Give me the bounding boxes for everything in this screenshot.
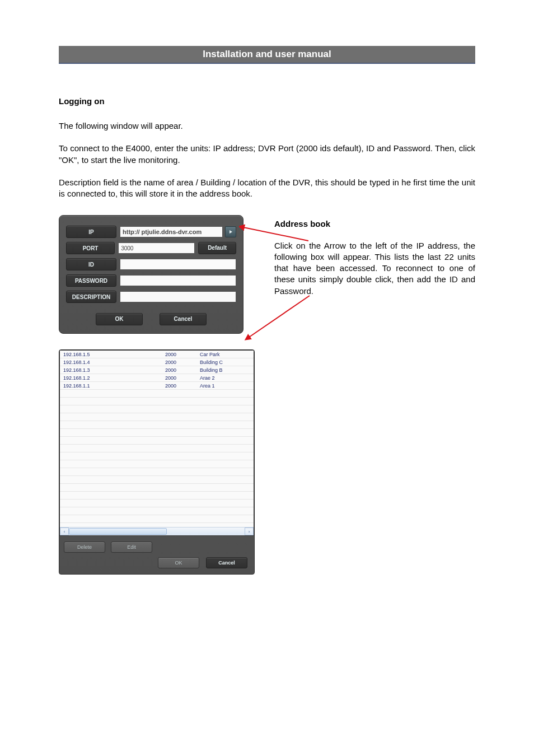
address-row[interactable] [60, 484, 254, 492]
login-cancel-button[interactable]: Cancel [160, 313, 207, 325]
address-row[interactable] [60, 413, 254, 421]
address-delete-button[interactable]: Delete [64, 542, 105, 553]
address-cell-empty [196, 405, 254, 413]
address-cell-empty [162, 429, 196, 437]
intro-paragraph-2: To connect to the E4000, enter the units… [59, 143, 475, 166]
address-cell-empty [162, 421, 196, 429]
address-cell-empty [196, 398, 254, 405]
address-cell-empty [162, 500, 196, 507]
address-cell-ip: 192.168.1.5 [60, 351, 162, 358]
intro-paragraph-3: Description field is the name of area / … [59, 177, 475, 200]
address-row[interactable] [60, 390, 254, 398]
address-row[interactable] [60, 476, 254, 484]
scroll-left-button[interactable]: ‹ [60, 528, 69, 535]
address-cell-desc: Car Park [196, 351, 254, 358]
address-cell-desc: Area 1 [196, 382, 254, 390]
section-heading: Logging on [59, 96, 475, 106]
address-cell-empty [196, 492, 254, 500]
address-cell-empty [196, 413, 254, 421]
address-row[interactable]: 192.168.1.32000Building B [60, 366, 254, 374]
play-arrow-icon [228, 229, 233, 235]
address-row[interactable] [60, 515, 254, 523]
address-cell-empty [60, 515, 162, 523]
address-cell-empty [196, 515, 254, 523]
address-row[interactable] [60, 500, 254, 507]
scroll-right-button[interactable]: › [245, 528, 254, 535]
address-cell-empty [196, 476, 254, 484]
address-cell-empty [60, 437, 162, 445]
scroll-thumb[interactable] [69, 528, 167, 535]
address-row[interactable] [60, 405, 254, 413]
address-list[interactable]: 192.168.1.52000Car Park192.168.1.42000Bu… [59, 350, 254, 536]
address-book-arrow-button[interactable] [225, 226, 236, 237]
ip-input[interactable] [120, 226, 223, 237]
address-cell-empty [196, 468, 254, 476]
description-label: DESCRIPTION [66, 291, 116, 303]
address-cell-port: 2000 [162, 366, 196, 374]
address-cell-empty [196, 429, 254, 437]
address-cell-ip: 192.168.1.3 [60, 366, 162, 374]
address-cell-empty [196, 460, 254, 468]
address-ok-button[interactable]: OK [158, 557, 199, 568]
svg-marker-0 [229, 230, 232, 234]
address-row[interactable]: 192.168.1.42000Building C [60, 358, 254, 366]
address-cell-empty [162, 445, 196, 452]
login-ok-button[interactable]: OK [96, 313, 143, 325]
address-row[interactable] [60, 398, 254, 405]
login-dialog: IP PORT Default ID [59, 215, 243, 334]
address-cell-empty [60, 500, 162, 507]
address-cell-empty [60, 484, 162, 492]
address-cell-empty [162, 484, 196, 492]
address-row[interactable]: 192.168.1.22000Arae 2 [60, 374, 254, 382]
address-cell-empty [60, 421, 162, 429]
address-cell-empty [60, 429, 162, 437]
address-cell-empty [162, 507, 196, 515]
address-book-heading: Address book [274, 218, 475, 230]
address-row[interactable]: 192.168.1.12000Area 1 [60, 382, 254, 390]
address-row[interactable] [60, 452, 254, 460]
address-cell-ip: 192.168.1.4 [60, 358, 162, 366]
address-cell-empty [162, 515, 196, 523]
address-cell-ip: 192.168.1.2 [60, 374, 162, 382]
address-cell-empty [60, 405, 162, 413]
address-cancel-button[interactable]: Cancel [206, 557, 247, 568]
address-cell-empty [60, 390, 162, 398]
address-row[interactable] [60, 429, 254, 437]
address-row[interactable] [60, 445, 254, 452]
description-input[interactable] [120, 291, 236, 302]
address-row[interactable] [60, 460, 254, 468]
address-cell-empty [162, 437, 196, 445]
address-cell-port: 2000 [162, 374, 196, 382]
address-row[interactable] [60, 437, 254, 445]
address-row[interactable] [60, 492, 254, 500]
password-label: PASSWORD [66, 274, 116, 287]
port-input[interactable] [118, 242, 195, 254]
address-cell-empty [60, 460, 162, 468]
address-cell-empty [60, 398, 162, 405]
address-cell-desc: Building C [196, 358, 254, 366]
address-cell-empty [60, 413, 162, 421]
address-cell-empty [196, 484, 254, 492]
id-input[interactable] [120, 259, 236, 270]
address-cell-desc: Building B [196, 366, 254, 374]
address-cell-empty [162, 492, 196, 500]
address-cell-empty [196, 452, 254, 460]
address-edit-button[interactable]: Edit [111, 542, 152, 553]
doc-title-bar: Installation and user manual [59, 46, 475, 64]
default-button[interactable]: Default [198, 242, 236, 254]
address-cell-empty [162, 413, 196, 421]
address-row[interactable]: 192.168.1.52000Car Park [60, 351, 254, 358]
address-cell-empty [162, 452, 196, 460]
password-input[interactable] [120, 275, 236, 286]
address-row[interactable] [60, 421, 254, 429]
address-cell-empty [60, 507, 162, 515]
address-row[interactable] [60, 468, 254, 476]
horizontal-scrollbar[interactable]: ‹ › [60, 527, 254, 535]
address-cell-empty [162, 390, 196, 398]
address-cell-empty [196, 445, 254, 452]
intro-paragraph-1: The following window will appear. [59, 120, 475, 132]
address-cell-port: 2000 [162, 351, 196, 358]
address-cell-empty [196, 390, 254, 398]
address-cell-empty [196, 437, 254, 445]
address-row[interactable] [60, 507, 254, 515]
